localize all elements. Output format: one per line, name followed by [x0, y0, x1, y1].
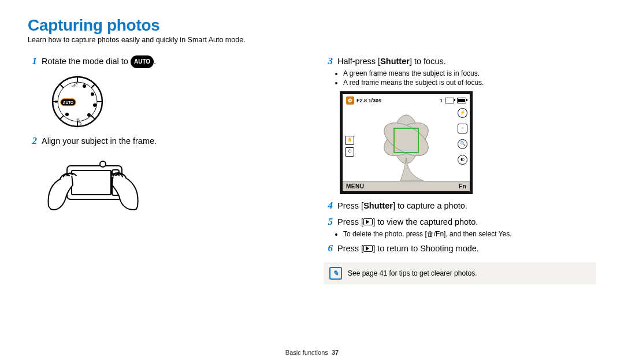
dial-indicator-dot — [55, 101, 57, 103]
flash-icon: ⚡ — [458, 108, 467, 118]
step-3-notes: A green frame means the subject is in fo… — [343, 69, 596, 87]
fn-softkey: Fn — [459, 183, 466, 190]
lcd-right-indicators: ⚡ ▫ 🔍 ◐ — [458, 108, 467, 165]
step-text: Press [] to view the captured photo. — [337, 216, 478, 228]
shot-count: 1 — [440, 98, 443, 103]
step-text: Press [] to return to Shooting mode. — [337, 243, 479, 254]
menu-softkey: MENU — [346, 183, 364, 190]
sd-card-icon — [445, 98, 454, 103]
step-number: 1 — [28, 55, 37, 68]
auto-mode-icon: AUTO — [131, 55, 154, 68]
svg-text:AUTO: AUTO — [63, 101, 73, 105]
step-text: Half-press [Shutter] to focus. — [337, 55, 446, 67]
tip-text: See page 41 for tips to get clearer phot… — [348, 269, 477, 277]
step-5-notes: To delete the photo, press [🗑/Fn], and t… — [343, 230, 596, 238]
page-subtitle: Learn how to capture photos easily and q… — [28, 36, 596, 44]
size-icon: ▫ — [458, 124, 467, 133]
step-1: 1 Rotate the mode dial to AUTO. — [28, 55, 300, 68]
svg-point-17 — [87, 113, 91, 117]
mode-indicator-icon: ◐ — [458, 155, 467, 165]
step-4: 4 Press [Shutter] to capture a photo. — [324, 200, 596, 211]
stabilizer-icon: ✋ — [345, 136, 354, 145]
svg-point-18 — [65, 113, 69, 116]
page-title: Capturing photos — [28, 16, 596, 35]
svg-point-16 — [93, 103, 96, 107]
step-text: Rotate the mode dial to AUTO. — [42, 55, 156, 68]
step-number: 5 — [324, 216, 333, 228]
exposure-readout: F2.8 1/30s — [356, 98, 381, 103]
page-footer: Basic functions 37 — [0, 349, 624, 356]
timer-icon: ⏱ — [345, 147, 354, 157]
step-3: 3 Half-press [Shutter] to focus. — [324, 55, 596, 67]
step-number: 4 — [324, 200, 333, 211]
step-number: 2 — [28, 135, 37, 147]
macro-icon: ✿ — [346, 96, 354, 105]
note-icon: ✎ — [329, 267, 342, 280]
step-6: 6 Press [] to return to Shooting mode. — [324, 243, 596, 254]
step-number: 3 — [324, 55, 333, 67]
lcd-left-indicators: ✋ ⏱ — [345, 136, 354, 157]
step-text: Align your subject in the frame. — [42, 135, 157, 147]
step-5: 5 Press [] to view the captured photo. — [324, 216, 596, 228]
mode-dial-illustration: AUTO Wi-Fi ASM — [44, 73, 300, 131]
trash-fn-icon: 🗑/Fn — [427, 230, 444, 238]
step-number: 6 — [324, 243, 333, 254]
svg-point-22 — [100, 161, 106, 167]
svg-point-14 — [83, 84, 86, 88]
tip-callout: ✎ See page 41 for tips to get clearer ph… — [324, 262, 596, 284]
playback-icon — [363, 245, 373, 252]
step-text: Press [Shutter] to capture a photo. — [337, 200, 467, 211]
playback-icon — [363, 218, 373, 225]
focus-frame — [393, 128, 419, 153]
svg-point-15 — [91, 92, 94, 96]
hold-camera-illustration — [44, 151, 300, 223]
svg-rect-20 — [72, 170, 111, 195]
battery-icon — [457, 98, 466, 103]
step-2: 2 Align your subject in the frame. — [28, 135, 300, 147]
lcd-preview-illustration: ✿ F2.8 1/30s 1 ⚡ ▫ 🔍 ◐ — [340, 91, 473, 194]
zoom-icon: 🔍 — [458, 139, 467, 149]
